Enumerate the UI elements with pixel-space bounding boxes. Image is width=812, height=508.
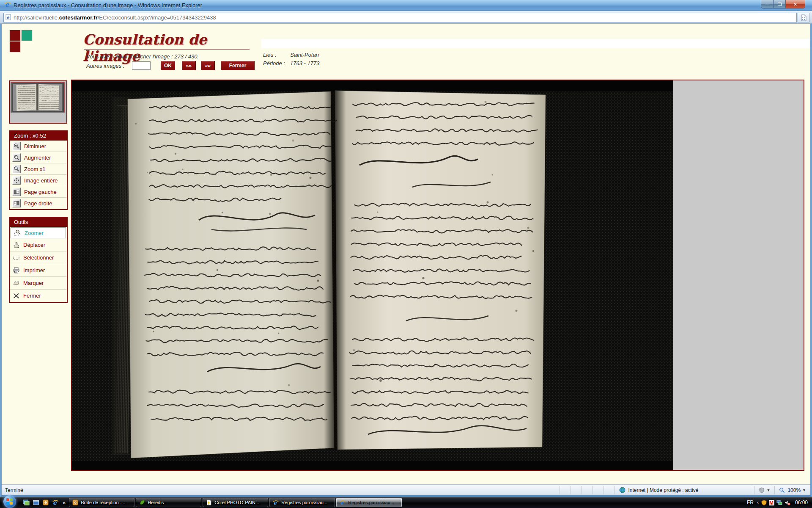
image-number-input[interactable] <box>132 61 151 70</box>
url-field[interactable]: e http://sallevirtuelle.cotesdarmor.fr/E… <box>3 13 797 22</box>
zoom-panel-title: Zoom : x0.52 <box>10 131 67 141</box>
lieu-value: Saint-Potan <box>290 52 319 58</box>
zoom-1x-item[interactable]: 1 Zoom x1 <box>10 163 67 175</box>
archives-logo <box>9 30 33 53</box>
protected-mode-button[interactable]: ▼ <box>754 486 774 494</box>
window-controls: — × <box>761 0 805 8</box>
ie-icon: e <box>339 499 346 506</box>
periode-label: Période : <box>263 60 285 66</box>
security-shield-icon[interactable] <box>761 500 767 505</box>
taskbar-clock[interactable]: 06:00 <box>795 500 808 505</box>
zoom-level-text: 100% <box>787 487 801 493</box>
task-registres-1[interactable]: e Registres paroissiau... <box>269 498 335 507</box>
browser-viewport: Consultation de l'image Vous avez choisi… <box>0 24 812 497</box>
shield-icon <box>759 487 765 493</box>
page-favicon-icon: e <box>5 14 11 22</box>
tool-imprimer[interactable]: Imprimer <box>10 264 67 277</box>
periode-value: 1763 - 1773 <box>290 60 319 66</box>
network-icon[interactable] <box>776 500 782 505</box>
next-image-button[interactable]: »» <box>201 61 215 70</box>
language-indicator[interactable]: FR <box>747 500 754 505</box>
tool-selectionner[interactable]: Sélectionner <box>10 251 67 264</box>
svg-text:e: e <box>7 15 10 19</box>
internet-globe-icon <box>619 487 625 493</box>
statusbar-separator <box>593 486 604 494</box>
windows-logo-icon <box>6 498 13 505</box>
page-icon <box>801 14 807 21</box>
task-registres-2-active[interactable]: e Registres paroissiau... <box>336 498 402 507</box>
lieu-label: Lieu : <box>263 52 277 58</box>
fit-image-item[interactable]: Image entière <box>10 175 67 186</box>
statusbar-separator <box>571 486 582 494</box>
logo-square-green <box>21 30 33 41</box>
close-button[interactable]: × <box>786 0 805 8</box>
thumbnail-navigator[interactable] <box>9 80 67 124</box>
tool-zoomer[interactable]: Zoomer <box>11 227 66 238</box>
fit-image-icon <box>12 176 21 185</box>
statusbar-separator <box>582 486 593 494</box>
caret-down-icon: ▼ <box>766 488 770 492</box>
url-domain: cotesdarmor.fr <box>59 14 98 21</box>
tray-expand-chevron[interactable]: ‹ <box>757 500 759 505</box>
logo-square-red-2 <box>9 41 21 52</box>
right-page-icon <box>12 199 21 207</box>
autres-images-label: Autres images : <box>86 63 124 69</box>
mcafee-icon[interactable]: M <box>769 500 774 505</box>
tool-deplacer[interactable]: Déplacer <box>10 239 67 251</box>
zoom-in-item[interactable]: Augmenter <box>10 152 67 163</box>
ie-icon: e <box>272 499 279 506</box>
fermer-button[interactable]: Fermer <box>221 61 255 70</box>
caret-down-icon: ▼ <box>802 488 806 492</box>
corel-icon <box>206 499 212 506</box>
page-options-button[interactable] <box>798 13 809 22</box>
show-desktop-icon[interactable] <box>22 498 30 507</box>
window-switcher-icon[interactable] <box>32 498 40 507</box>
viewer-empty-area <box>673 80 804 470</box>
task-outlook-inbox[interactable]: Boîte de réception - ... <box>69 498 134 507</box>
screen: e Registres paroissiaux - Consultation d… <box>0 0 812 508</box>
right-page-item[interactable]: Page droite <box>10 198 67 209</box>
task-corel[interactable]: Corel PHOTO-PAIN... <box>203 498 268 507</box>
previous-image-button[interactable]: «« <box>182 61 196 70</box>
zoom-out-icon <box>12 142 21 150</box>
outlook-quick-icon[interactable] <box>41 498 50 507</box>
header-white-strip <box>261 39 810 48</box>
zoom-in-icon <box>12 153 21 162</box>
task-label: Registres paroissiau... <box>281 500 327 505</box>
tool-marquer[interactable]: Marquer <box>10 277 67 290</box>
hand-tool-icon <box>12 241 20 249</box>
security-zone-text: Internet | Mode protégé : activé <box>628 487 698 493</box>
image-viewer <box>71 80 804 471</box>
status-bar: Terminé Internet | Mode protégé : activé… <box>2 484 810 495</box>
minimize-button[interactable]: — <box>761 0 774 8</box>
quicklaunch-overflow-chevron[interactable]: » <box>63 500 66 506</box>
maximize-button[interactable] <box>774 0 786 8</box>
svg-text:1: 1 <box>15 167 17 170</box>
thumbnail-image <box>11 82 65 113</box>
left-page-item[interactable]: Page gauche <box>10 186 67 198</box>
task-label: Corel PHOTO-PAIN... <box>214 500 259 505</box>
start-button[interactable] <box>3 495 16 508</box>
url-prefix: http://sallevirtuelle. <box>14 14 59 21</box>
zoom-out-item[interactable]: Diminuer <box>10 141 67 152</box>
system-tray: FR ‹ M 06:00 <box>747 500 812 505</box>
title-bar: e Registres paroissiaux - Consultation d… <box>0 0 812 11</box>
inbox-icon <box>72 499 79 506</box>
tool-fermer[interactable]: Fermer <box>10 290 67 302</box>
zoom-level-button[interactable]: 100% ▼ <box>774 486 810 494</box>
zoom-1x-icon: 1 <box>12 165 21 173</box>
manuscript-image[interactable] <box>72 80 673 470</box>
url-path: /EC/ecx/consult.aspx?image=0517343432294… <box>98 14 216 21</box>
volume-icon[interactable] <box>785 500 790 505</box>
ie-quick-icon[interactable]: e <box>51 498 60 507</box>
statusbar-separator <box>604 486 614 494</box>
image-count-text: Vous avez choisi d'afficher l'image : 27… <box>86 53 199 60</box>
quick-launch: e » <box>22 498 69 507</box>
task-heredis[interactable]: Heredis <box>136 498 201 507</box>
ok-button[interactable]: OK <box>161 61 175 70</box>
printer-icon <box>12 267 20 274</box>
security-zone-cell: Internet | Mode protégé : activé <box>614 486 754 494</box>
logo-square-red-1 <box>9 30 21 41</box>
zoom-panel: Zoom : x0.52 Diminuer Augmenter 1 Zoom x… <box>9 130 68 210</box>
tools-panel: Outils Zoomer Déplacer Sélectionner Impr… <box>9 217 68 303</box>
